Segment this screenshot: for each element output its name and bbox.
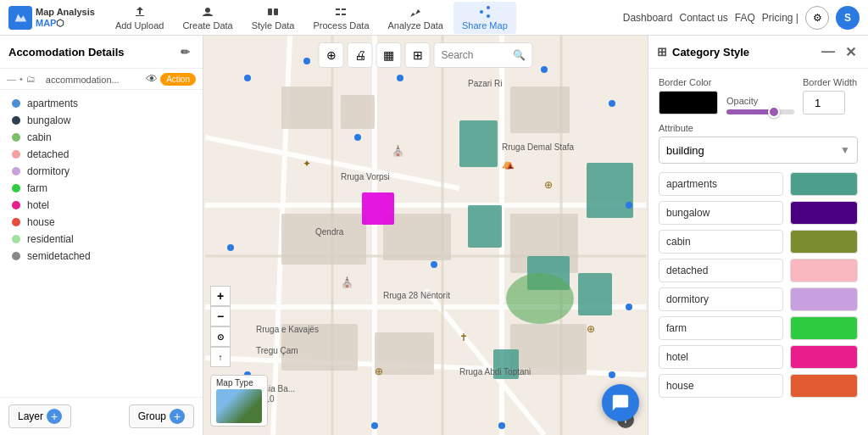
svg-text:⊕: ⊕	[375, 365, 383, 377]
svg-point-37	[303, 58, 310, 64]
attribute-select[interactable]: building ▼	[659, 137, 858, 164]
chat-bubble-btn[interactable]	[602, 384, 639, 421]
svg-text:✝: ✝	[459, 332, 468, 343]
map-search-box[interactable]: 🔍	[434, 42, 533, 68]
map-search-input[interactable]	[442, 49, 509, 61]
svg-rect-2	[274, 8, 278, 15]
user-avatar[interactable]: S	[836, 6, 860, 30]
layer-label: Layer	[18, 410, 43, 422]
sidebar-header-icons: ✏	[175, 42, 194, 61]
panel-title-group: ⊞ Category Style	[657, 45, 749, 59]
svg-point-43	[609, 371, 615, 378]
north-btn[interactable]: ↑	[210, 347, 231, 367]
legend-label-apartments: apartments	[27, 98, 78, 109]
category-color-bungalow[interactable]	[790, 201, 858, 225]
svg-rect-19	[281, 86, 332, 129]
panel-close-btn[interactable]: ✕	[841, 42, 860, 61]
svg-rect-20	[341, 95, 375, 129]
category-row-detached: detached	[659, 259, 858, 282]
category-color-apartments[interactable]	[790, 172, 858, 196]
apps-icon[interactable]: ⚙	[805, 6, 829, 30]
nav-share-map[interactable]: Share Map	[453, 2, 516, 34]
border-width-field: Border Width	[803, 77, 857, 114]
category-color-hotel[interactable]	[790, 345, 858, 369]
table-btn[interactable]: ▦	[376, 42, 402, 68]
brand-text: Map Analysis MAP⬡	[36, 7, 95, 27]
svg-rect-29	[468, 205, 502, 248]
legend-dot-detached	[12, 150, 20, 159]
zoom-in-btn[interactable]: +	[210, 286, 231, 306]
sidebar-footer: Layer + Group +	[0, 397, 203, 435]
category-color-dormitory[interactable]	[790, 287, 858, 311]
category-row-farm: farm	[659, 316, 858, 340]
svg-rect-21	[281, 214, 366, 265]
layer-search-row: — • 🗂 accommodation... 👁 Action	[0, 69, 203, 90]
legend-dot-hotel	[12, 201, 20, 209]
zoom-out-btn[interactable]: −	[210, 306, 231, 326]
dashboard-link[interactable]: Dashboard	[623, 12, 673, 24]
category-color-farm[interactable]	[790, 316, 858, 340]
sidebar-right: ⊞ Category Style — ✕ Border Color Opacit…	[648, 36, 868, 435]
nav-create-data[interactable]: Create Data	[174, 2, 241, 34]
action-button[interactable]: Action	[160, 73, 196, 86]
map-type-box[interactable]: Map Type	[210, 375, 268, 427]
svg-text:✦: ✦	[303, 158, 311, 170]
nav-process-data[interactable]: Process Data	[304, 2, 377, 34]
border-color-swatch[interactable]	[659, 91, 718, 114]
legend-item-dormitory: dormitory	[0, 163, 203, 180]
border-width-input[interactable]	[803, 91, 845, 114]
svg-point-48	[354, 134, 361, 141]
legend-dot-apartments	[12, 99, 20, 108]
edit-map-btn[interactable]: ⊞	[405, 42, 431, 68]
style-controls: Border Color Opacity Border Width	[648, 69, 868, 123]
layer-button[interactable]: Layer +	[8, 404, 71, 428]
svg-rect-28	[459, 120, 498, 167]
category-color-house[interactable]	[790, 374, 858, 398]
category-name-apartments: apartments	[659, 172, 783, 196]
svg-point-5	[487, 14, 490, 18]
legend-item-hotel: hotel	[0, 197, 203, 214]
search-icon: 🔍	[513, 49, 526, 61]
legend-item-farm: farm	[0, 180, 203, 197]
svg-rect-26	[375, 332, 434, 375]
nav-analyze-data[interactable]: Analyze Data	[380, 2, 452, 34]
opacity-label: Opacity	[726, 96, 794, 106]
svg-point-42	[626, 304, 632, 310]
svg-point-39	[541, 66, 548, 73]
category-row-apartments: apartments	[659, 172, 858, 196]
map-background[interactable]: ✦ ⛪ ⛺ ⛪ ✝ ⊕ ⊕ ⊕ Qendra Tregu Çam Njesia …	[203, 36, 648, 435]
category-color-cabin[interactable]	[790, 230, 858, 254]
category-name-hotel: hotel	[659, 345, 783, 369]
eye-icon[interactable]: 👁	[146, 72, 158, 86]
panel-minimize-btn[interactable]: —	[819, 42, 837, 61]
category-row-house: house	[659, 374, 858, 398]
zoom-reset-btn[interactable]: ⊙	[210, 326, 231, 347]
category-color-detached[interactable]	[790, 259, 858, 282]
main-content: Accomodation Details ✏ — • 🗂 accommodati…	[0, 36, 868, 435]
nav-style-data[interactable]: Style Data	[243, 2, 303, 34]
pricing-link[interactable]: Pricing |	[762, 12, 798, 24]
top-navigation: Map Analysis MAP⬡ Add Upload Create Data…	[0, 0, 868, 36]
opacity-slider[interactable]	[726, 109, 794, 114]
grid-icon: ⊞	[657, 45, 667, 59]
svg-text:⛺: ⛺	[502, 157, 515, 170]
faq-link[interactable]: FAQ	[735, 12, 755, 24]
contact-link[interactable]: Contact us	[679, 12, 727, 24]
panel-header: ⊞ Category Style — ✕	[648, 36, 868, 69]
zoom-extent-btn[interactable]: ⊕	[319, 42, 344, 68]
print-btn[interactable]: 🖨	[348, 42, 373, 68]
svg-rect-23	[510, 86, 570, 133]
edit-icon[interactable]: ✏	[175, 42, 194, 61]
legend-item-bungalow: bungalow	[0, 112, 203, 129]
svg-rect-34	[362, 192, 394, 225]
svg-point-36	[244, 75, 251, 81]
legend-label-residential: residential	[27, 233, 74, 245]
legend-label-bungalow: bungalow	[27, 114, 70, 126]
sidebar-title: Accomodation Details	[8, 46, 125, 59]
category-name-house: house	[659, 374, 783, 398]
legend-dot-bungalow	[12, 116, 20, 125]
group-button[interactable]: Group +	[129, 404, 194, 428]
nav-add-upload[interactable]: Add Upload	[107, 2, 173, 34]
nav-right: Dashboard Contact us FAQ Pricing | ⚙ S	[615, 6, 868, 30]
group-label: Group	[138, 410, 166, 422]
